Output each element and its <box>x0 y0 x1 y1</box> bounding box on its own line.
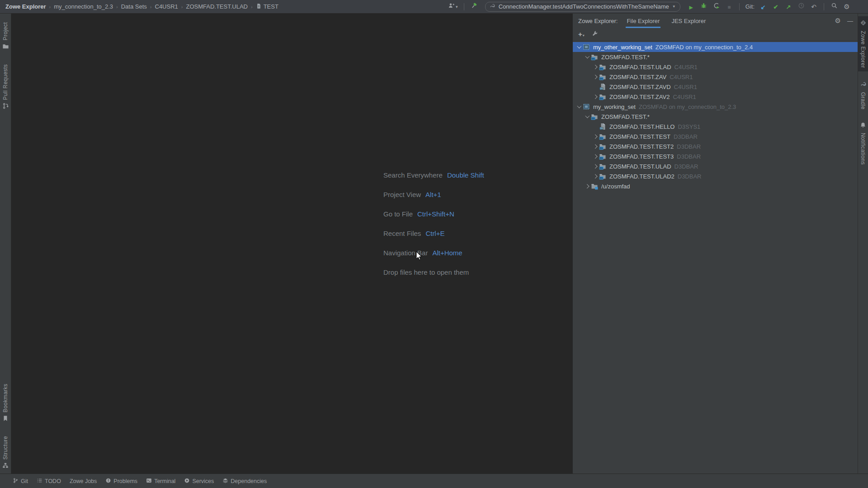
minimize-button[interactable]: — <box>847 18 853 24</box>
shortcut-label: Navigation Bar <box>383 249 428 257</box>
breadcrumb-item[interactable]: TEST <box>256 3 278 10</box>
git-push-icon: ↗ <box>786 3 791 11</box>
statusbar-item-problems[interactable]: Problems <box>105 478 137 485</box>
svg-text:Z: Z <box>862 21 864 24</box>
tool-window-tabs: File ExplorerJES Explorer <box>627 14 706 28</box>
svg-text:DS: DS <box>600 167 604 169</box>
chevron-collapsed-icon[interactable] <box>593 134 597 138</box>
breadcrumb-separator-icon: › <box>150 4 152 9</box>
chevron-expanded-icon[interactable] <box>585 54 589 58</box>
profiler-button[interactable] <box>712 2 721 11</box>
chevron-collapsed-icon[interactable] <box>585 184 589 188</box>
settings-icon: ⚙ <box>835 17 841 24</box>
tree-row[interactable]: my_other_working_setZOSMFAD on my_connec… <box>573 42 858 52</box>
ide-sphere-button[interactable] <box>855 2 863 11</box>
sidebar-item-notifications[interactable]: Notifications <box>858 119 868 168</box>
chevron-collapsed-icon[interactable] <box>593 75 597 79</box>
sidebar-item-project[interactable]: Project <box>0 19 11 55</box>
tree-row[interactable]: DSZOSMFAD.TEST.* <box>573 52 858 62</box>
tree-row[interactable]: DSZOSMFAD.TEST.TEST2D3DBAR <box>573 141 858 151</box>
sidebar-item-structure[interactable]: Structure <box>0 433 11 474</box>
breadcrumb-separator-icon: › <box>49 4 51 9</box>
breadcrumb-item[interactable]: Zowe Explorer <box>5 3 46 10</box>
chevron-expanded-icon[interactable] <box>577 44 581 48</box>
tree-row[interactable]: DSZOSMFAD.TEST.ZAV2C4USR1 <box>573 92 858 102</box>
tree-row[interactable]: DSZOSMFAD.TEST.TEST3D3DBAR <box>573 151 858 161</box>
chevron-collapsed-icon[interactable] <box>593 154 597 158</box>
chevron-slot <box>576 46 583 48</box>
chevron-collapsed-icon[interactable] <box>593 144 597 148</box>
breadcrumb-item[interactable]: C4USR1 <box>155 3 178 10</box>
statusbar-item-zowe-jobs[interactable]: Zowe Jobs <box>70 478 97 484</box>
chevron-expanded-icon[interactable] <box>577 104 581 108</box>
git-branch-icon <box>13 478 19 485</box>
shortcut-row: Go to FileCtrl+Shift+N <box>383 204 484 224</box>
main-toolbar: Zowe Explorer›my_connection_to_2.3›Data … <box>0 0 868 14</box>
tree-row[interactable]: DSZOSMFAD.TEST.ULAD2D3DBAR <box>573 171 858 181</box>
todo-icon <box>37 478 42 485</box>
chevron-collapsed-icon[interactable] <box>593 164 597 168</box>
statusbar-item-todo[interactable]: TODO <box>37 478 61 485</box>
sidebar-item-label: Bookmarks <box>2 384 9 413</box>
tree-row[interactable]: DSZOSMFAD.TEST.ULADC4USR1 <box>573 62 858 72</box>
build-hammer-button[interactable] <box>470 2 478 11</box>
chevron-slot <box>584 56 591 58</box>
chevron-collapsed-icon[interactable] <box>593 94 597 99</box>
sidebar-item-bookmarks[interactable]: Bookmarks <box>0 380 11 427</box>
statusbar-item-services[interactable]: Services <box>184 478 214 485</box>
editor-area[interactable]: Search EverywhereDouble ShiftProject Vie… <box>11 14 572 474</box>
breadcrumb-item[interactable]: my_connection_to_2.3 <box>54 3 113 10</box>
gradle-small-icon <box>489 3 495 10</box>
statusbar-item-dependencies[interactable]: Dependencies <box>222 478 267 485</box>
tree-row[interactable]: my_working_setZOSMFAD on my_connection_t… <box>573 102 858 112</box>
dataset-folder-icon: DS <box>599 143 607 150</box>
chevron-slot <box>592 75 599 79</box>
tree-item-qualifier: D3DBAR <box>677 153 701 160</box>
tree-row[interactable]: DSZOSMFAD.TEST.* <box>573 112 858 122</box>
rollback-button[interactable]: ↶ <box>810 2 818 11</box>
git-push-button[interactable]: ↗ <box>784 2 793 11</box>
sidebar-item-gradle[interactable]: Gradle <box>858 78 868 113</box>
sidebar-item-zowe-explorer[interactable]: ZZowe Explorer <box>858 16 868 71</box>
tree-item-label: ZOSMFAD.TEST.ZAVD <box>609 84 671 90</box>
chevron-expanded-icon[interactable] <box>585 114 589 118</box>
wrench-button[interactable] <box>592 30 598 38</box>
dataset-folder-icon: DS <box>599 73 607 80</box>
settings-button[interactable]: ⚙ <box>835 17 841 24</box>
sidebar-item-label: Zowe Explorer <box>860 31 866 68</box>
chevron-collapsed-icon[interactable] <box>593 174 597 178</box>
dataset-folder-icon: DS <box>599 93 607 100</box>
tab-file-explorer[interactable]: File Explorer <box>627 14 660 28</box>
tree-row[interactable]: DSZOSMFAD.TEST.ULADD3DBAR <box>573 161 858 171</box>
debug-button[interactable] <box>700 2 708 11</box>
tree-item-label: my_working_set <box>593 103 636 110</box>
run-configuration-select[interactable]: ConnectionManager.testAddTwoConnectionsW… <box>485 2 680 12</box>
search-everywhere-button[interactable] <box>830 2 838 11</box>
chevron-slot <box>592 175 599 178</box>
breadcrumb-item[interactable]: Data Sets <box>121 3 147 10</box>
statusbar-item-git[interactable]: Git <box>13 478 28 485</box>
settings-button[interactable]: ⚙ <box>843 2 851 11</box>
git-update-button[interactable]: ↙ <box>759 2 767 11</box>
sidebar-item-pull-requests[interactable]: Pull Requests <box>0 61 11 114</box>
git-commit-button[interactable]: ✔ <box>772 2 780 11</box>
tree-row[interactable]: DSZOSMFAD.TEST.HELLOD3SYS1 <box>573 122 858 131</box>
tool-window-actions: ⚙— <box>835 17 853 24</box>
chevron-collapsed-icon[interactable] <box>593 65 597 69</box>
shortcut-key: Alt+Home <box>432 249 462 257</box>
tree-item-label: my_other_working_set <box>593 44 652 51</box>
run-button[interactable]: ▶ <box>687 2 695 11</box>
code-with-me-button[interactable]: ▾ <box>448 2 458 11</box>
tree-item-label: ZOSMFAD.TEST.ULAD <box>609 163 671 170</box>
tab-jes-explorer[interactable]: JES Explorer <box>671 14 706 28</box>
breadcrumb-item-label: ZOSMFAD.TEST.ULAD <box>186 3 248 10</box>
statusbar-item-terminal[interactable]: Terminal <box>146 478 175 485</box>
svg-text:DS: DS <box>600 97 604 100</box>
add-button[interactable]: +▾ <box>578 30 585 38</box>
breadcrumb-separator-icon: › <box>251 4 253 9</box>
breadcrumb-item[interactable]: ZOSMFAD.TEST.ULAD <box>186 3 248 10</box>
tree-row[interactable]: DSZOSMFAD.TEST.ZAVC4USR1 <box>573 72 858 82</box>
tree-row[interactable]: DSZOSMFAD.TEST.TESTD3DBAR <box>573 131 858 141</box>
tree-row[interactable]: DSZOSMFAD.TEST.ZAVDC4USR1 <box>573 82 858 92</box>
tree-row[interactable]: /u/zosmfad <box>573 181 858 191</box>
